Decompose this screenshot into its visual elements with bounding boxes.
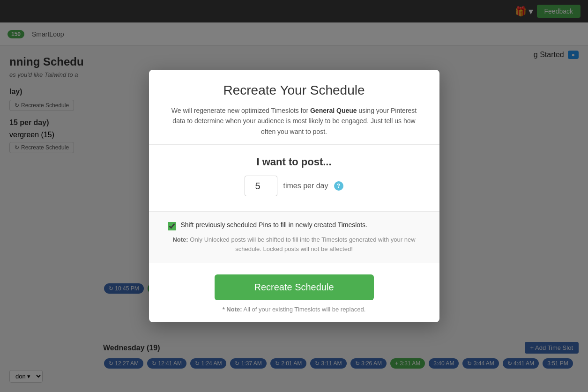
description-prefix: We will regenerate new optimized Timeslo… <box>171 107 310 114</box>
frequency-row: times per day ? <box>168 176 421 196</box>
footer-note-prefix: * Note: <box>223 306 242 313</box>
help-icon[interactable]: ? <box>334 181 343 191</box>
note-text: Only Unlocked posts will be shifted to f… <box>190 236 415 252</box>
post-label: I want to post... <box>168 156 421 168</box>
frequency-input[interactable] <box>245 176 277 196</box>
modal-description: We will regenerate new optimized Timeslo… <box>168 105 421 137</box>
frequency-unit: times per day <box>283 182 328 190</box>
post-frequency-container: I want to post... times per day ? <box>168 156 421 196</box>
modal-title: Recreate Your Schedule <box>168 83 421 98</box>
shift-pins-label: Shift previously scheduled Pins to fill … <box>181 221 367 229</box>
modal-overlay: Recreate Your Schedule We will regenerat… <box>0 0 588 392</box>
modal-header: Recreate Your Schedule We will regenerat… <box>149 70 439 145</box>
shift-checkbox-row: Shift previously scheduled Pins to fill … <box>168 221 421 230</box>
modal-footer: Recreate Schedule * Note: All of your ex… <box>149 263 439 322</box>
footer-note-text: All of your existing Timeslots will be r… <box>242 306 366 313</box>
note-paragraph: Note: Only Unlocked posts will be shifte… <box>168 235 421 253</box>
recreate-schedule-modal: Recreate Your Schedule We will regenerat… <box>149 70 439 322</box>
shift-pins-checkbox[interactable] <box>168 222 176 230</box>
queue-name: General Queue <box>310 107 357 114</box>
note-label: Note: <box>172 236 188 243</box>
recreate-schedule-button[interactable]: Recreate Schedule <box>215 274 374 300</box>
modal-shift-section: Shift previously scheduled Pins to fill … <box>149 212 439 263</box>
modal-frequency-section: I want to post... times per day ? <box>149 145 439 212</box>
footer-note: * Note: All of your existing Timeslots w… <box>168 306 421 313</box>
